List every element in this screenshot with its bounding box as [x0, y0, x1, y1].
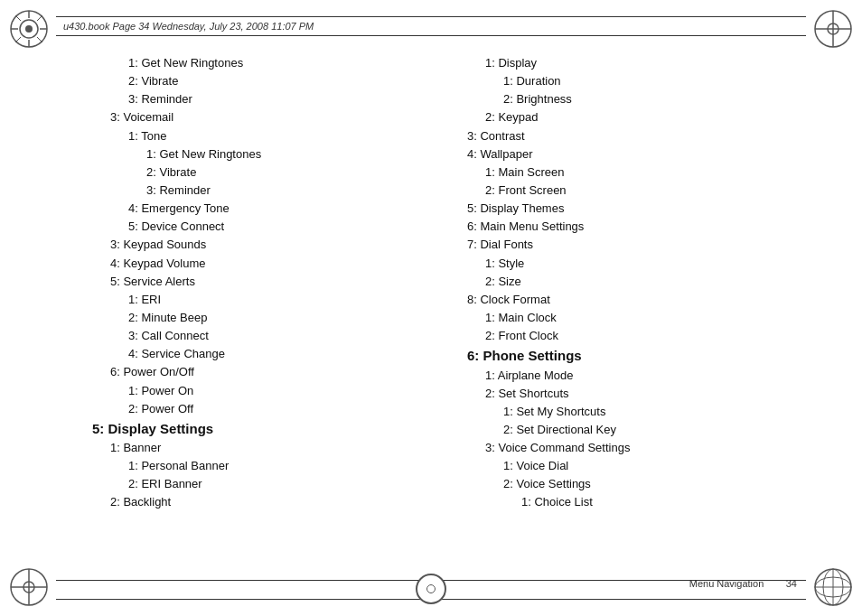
list-item: 1: Main Screen: [467, 163, 788, 182]
list-item: 3: Keypad Sounds: [92, 236, 413, 254]
list-item: 1: Airplane Mode: [467, 367, 788, 385]
list-item: 2: Size: [467, 273, 788, 291]
list-item: 1: Set My Shortcuts: [467, 403, 788, 421]
list-item: 3: Call Connect: [92, 327, 413, 345]
list-item: 2: ERI Banner: [92, 475, 413, 493]
page-number: 34: [786, 578, 797, 589]
list-item: 1: Banner: [92, 439, 413, 457]
svg-line-9: [15, 37, 21, 42]
content-area: 1: Get New Ringtones2: Vibrate3: Reminde…: [56, 47, 806, 569]
list-item: 6: Power On/Off: [92, 363, 413, 381]
list-item: 4: Wallpaper: [467, 145, 788, 163]
left-column: 1: Get New Ringtones2: Vibrate3: Reminde…: [56, 47, 431, 569]
corner-decoration-tl: [7, 7, 51, 51]
list-item: 2: Vibrate: [92, 163, 413, 182]
list-item: 2: Set Shortcuts: [467, 385, 788, 403]
list-item: 2: Backlight: [92, 493, 413, 511]
svg-line-6: [15, 15, 21, 21]
list-item: 1: Duration: [467, 72, 788, 90]
page-number-area: Menu Navigation 34: [689, 578, 797, 589]
list-item: 2: Keypad: [467, 108, 788, 126]
list-item: 4: Emergency Tone: [92, 200, 413, 218]
header-text: u430.book Page 34 Wednesday, July 23, 20…: [63, 21, 314, 32]
list-item: 6: Phone Settings: [467, 345, 788, 366]
list-item: 1: Choice List: [467, 493, 788, 511]
bottom-center-dot: [426, 584, 436, 593]
list-item: 4: Service Change: [92, 345, 413, 363]
list-item: 2: Minute Beep: [92, 309, 413, 327]
list-item: 1: Main Clock: [467, 309, 788, 327]
svg-point-10: [25, 25, 33, 33]
list-item: 2: Set Directional Key: [467, 421, 788, 439]
list-item: 4: Keypad Volume: [92, 255, 413, 273]
list-item: 2: Front Clock: [467, 327, 788, 345]
list-item: 3: Voicemail: [92, 108, 413, 126]
list-item: 5: Display Settings: [92, 418, 413, 439]
list-item: 2: Brightness: [467, 90, 788, 108]
svg-line-7: [37, 37, 42, 42]
header-bar: u430.book Page 34 Wednesday, July 23, 20…: [56, 16, 806, 36]
list-item: 3: Voice Command Settings: [467, 439, 788, 457]
list-item: 3: Reminder: [92, 182, 413, 200]
right-column: 1: Display1: Duration2: Brightness2: Key…: [431, 47, 806, 569]
list-item: 2: Vibrate: [92, 72, 413, 90]
bottom-center-decoration: [416, 574, 446, 604]
list-item: 3: Contrast: [467, 127, 788, 145]
list-item: 5: Service Alerts: [92, 273, 413, 291]
list-item: 3: Reminder: [92, 90, 413, 108]
corner-decoration-bl: [7, 565, 51, 609]
list-item: 2: Power Off: [92, 400, 413, 418]
list-item: 1: Voice Dial: [467, 457, 788, 475]
list-item: 7: Dial Fonts: [467, 236, 788, 254]
list-item: 1: Display: [467, 54, 788, 72]
list-item: 2: Front Screen: [467, 182, 788, 200]
list-item: 1: Power On: [92, 382, 413, 400]
list-item: 2: Voice Settings: [467, 475, 788, 493]
svg-line-8: [37, 15, 42, 21]
list-item: 1: Personal Banner: [92, 457, 413, 475]
list-item: 5: Device Connect: [92, 218, 413, 236]
list-item: 8: Clock Format: [467, 291, 788, 309]
list-item: 1: Style: [467, 255, 788, 273]
list-item: 1: ERI: [92, 291, 413, 309]
corner-decoration-tr: [811, 7, 855, 51]
list-item: 1: Tone: [92, 127, 413, 145]
list-item: 1: Get New Ringtones: [92, 54, 413, 72]
list-item: 6: Main Menu Settings: [467, 218, 788, 236]
corner-decoration-br: [811, 565, 855, 609]
list-item: 1: Get New Ringtones: [92, 145, 413, 163]
list-item: 5: Display Themes: [467, 200, 788, 218]
page-label: Menu Navigation: [689, 578, 764, 589]
